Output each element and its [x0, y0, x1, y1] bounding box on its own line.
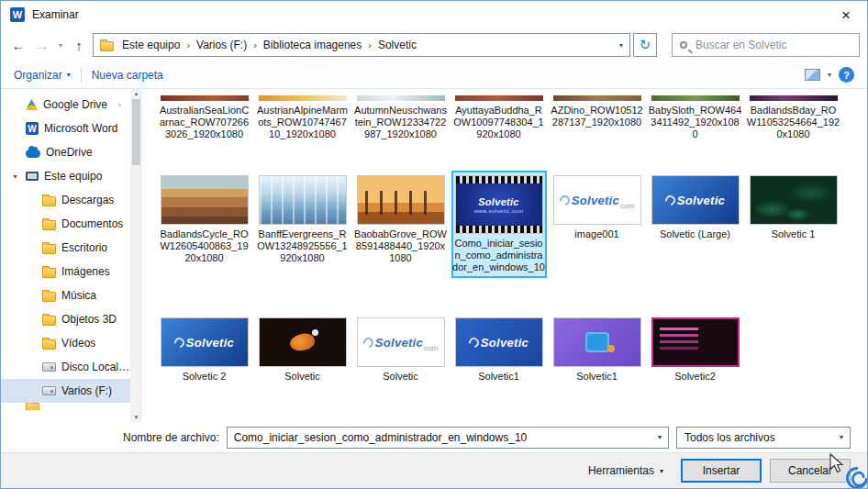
file-item[interactable]: Solvetic1	[550, 313, 645, 387]
sidebar-item-m-sica[interactable]: Música	[1, 283, 130, 307]
sidebar-item-documentos[interactable]: Documentos	[1, 212, 130, 236]
chevron-down-icon: ▾	[67, 71, 71, 79]
file-row-2: BadlandsCycle_ROW12605400863_1920x1080Ba…	[155, 171, 867, 278]
file-name: Como_iniciar_sesion_como_administrador_e…	[452, 238, 546, 273]
sidebar-item-label: Música	[61, 289, 96, 302]
file-item[interactable]: AyuttayaBuddha_ROW10097748304_1920x1080	[451, 91, 547, 145]
disk-icon	[42, 362, 56, 372]
sidebar-item-im-genes[interactable]: Imágenes	[1, 260, 130, 283]
file-name: AustrianAlpineMarmots_ROW1074746710_1920…	[256, 105, 350, 140]
filename-input[interactable]	[228, 431, 651, 444]
file-item[interactable]: AutumnNeuschwanstein_ROW12334722987_1920…	[353, 91, 449, 145]
file-thumbnail	[750, 175, 838, 225]
organize-label: Organizar	[14, 69, 62, 82]
recent-locations-dropdown-icon[interactable]: ▾	[56, 41, 65, 50]
file-item[interactable]: BanffEvergreens_ROW13248925556_1920x1080	[255, 171, 351, 269]
file-thumbnail	[750, 95, 838, 101]
file-thumbnail	[357, 175, 445, 225]
filetype-combobox[interactable]: Todos los archivos ▾	[676, 427, 851, 449]
search-icon	[680, 41, 687, 49]
sidebar-item-partial[interactable]	[1, 403, 130, 410]
sidebar-item-v-deos[interactable]: Vídeos	[1, 331, 130, 355]
file-item[interactable]: AustralianSeaLionCarnac_ROW7072663026_19…	[157, 91, 252, 145]
file-name: BabySloth_ROW4643411492_1920x1080	[649, 105, 742, 140]
tools-label: Herramientas	[588, 464, 654, 477]
scroll-up-icon[interactable]: ▲	[134, 91, 139, 96]
file-item[interactable]: AZDino_ROW10512287137_1920x1080	[550, 91, 645, 133]
change-view-icon[interactable]	[805, 69, 820, 81]
browse-dialog: W Examinar × ← → ▾ ↑ Este equipo›Varios …	[0, 0, 868, 489]
breadcrumb-item-solvetic[interactable]: Solvetic	[375, 39, 419, 51]
insert-button[interactable]: Insertar	[681, 459, 762, 483]
sidebar-scrollbar[interactable]: ▲ ▼	[130, 89, 142, 422]
file-item[interactable]: Solvetic2	[648, 313, 743, 387]
file-item[interactable]: BadlandsBday_ROW11053254664_1920x1080	[746, 91, 841, 145]
sidebar-item-objetos-3d[interactable]: Objetos 3D	[1, 307, 130, 331]
sidebar-item-escritorio[interactable]: Escritorio	[1, 236, 130, 260]
file-item[interactable]: BadlandsCycle_ROW12605400863_1920x1080	[157, 171, 252, 269]
gdrive-icon	[26, 99, 38, 110]
file-item[interactable]: Solvetic	[255, 313, 351, 387]
file-item[interactable]: SolveticSolvetic 2	[157, 313, 252, 387]
back-button[interactable]: ←	[8, 38, 28, 53]
sidebar-item-descargas[interactable]: Descargas	[1, 188, 130, 212]
solvetic-swirl-icon	[663, 193, 677, 206]
breadcrumb-separator-icon[interactable]: ›	[183, 39, 194, 50]
chevron-down-icon[interactable]: ▾	[833, 433, 850, 441]
chevron-down-icon[interactable]: ▾	[10, 172, 20, 181]
folder-icon	[42, 220, 56, 230]
organize-menu[interactable]: Organizar ▾	[14, 69, 71, 82]
file-name: Solvetic 2	[158, 371, 251, 383]
word-icon: W	[26, 122, 39, 135]
file-item[interactable]: BabySloth_ROW4643411492_1920x1080	[648, 91, 743, 145]
folder-icon	[26, 403, 39, 410]
file-item[interactable]: Solvetic 1	[746, 171, 841, 245]
chevron-right-icon[interactable]: ›	[115, 101, 125, 109]
file-item[interactable]: SolveticSolvetic (Large)	[648, 171, 743, 245]
refresh-icon[interactable]: ↻	[633, 33, 657, 57]
address-bar[interactable]: Este equipo›Varios (F:)›Biblioteca image…	[93, 33, 630, 57]
folder-icon	[42, 268, 56, 278]
tools-menu[interactable]: Herramientas ▾	[588, 464, 663, 477]
file-item[interactable]: Solveticwww.solvetic.comComo_iniciar_ses…	[451, 171, 547, 278]
sidebar-item-microsoft-word[interactable]: WMicrosoft Word	[1, 117, 130, 140]
scroll-down-icon[interactable]: ▼	[134, 415, 139, 420]
file-item[interactable]: SolveticSolvetic1	[451, 313, 547, 387]
breadcrumb-item-biblioteca-imagenes[interactable]: Biblioteca imagenes	[261, 39, 364, 51]
forward-button[interactable]: →	[32, 38, 52, 53]
help-icon[interactable]: ?	[839, 67, 854, 83]
up-button[interactable]: ↑	[69, 38, 89, 53]
file-item[interactable]: SolveticcomSolvetic	[353, 313, 449, 387]
close-icon[interactable]: ×	[834, 7, 858, 23]
chevron-down-icon: ▾	[660, 467, 663, 475]
folder-icon	[42, 292, 56, 302]
filename-label: Nombre de archivo:	[123, 431, 219, 444]
scrollbar-thumb[interactable]	[132, 99, 140, 165]
solvetic-url-text: www.solvetic.com	[474, 208, 524, 214]
file-name: Solvetic1	[452, 371, 546, 383]
sidebar-item-disco-local-c[interactable]: Disco Local (C:)	[1, 355, 130, 379]
breadcrumb-item-varios-f[interactable]: Varios (F:)	[194, 39, 250, 51]
address-dropdown-icon[interactable]: ▾	[619, 41, 623, 50]
breadcrumb-separator-icon[interactable]: ›	[250, 39, 261, 50]
breadcrumb-separator-icon[interactable]: ›	[364, 39, 375, 50]
file-item[interactable]: Solveticcomimage001	[550, 171, 645, 245]
filename-combobox[interactable]: ▾	[227, 427, 669, 449]
file-name: AustralianSeaLionCarnac_ROW7072663026_19…	[158, 105, 251, 140]
sidebar-item-varios-f[interactable]: Varios (F:)	[1, 379, 130, 403]
solvetic-logo-text: Solvetic	[677, 194, 725, 207]
view-dropdown-icon[interactable]: ▾	[828, 71, 831, 79]
breadcrumb-item-este-equipo[interactable]: Este equipo	[119, 39, 183, 51]
sidebar-item-este-equipo[interactable]: ▾Este equipo	[1, 164, 130, 188]
search-box[interactable]	[672, 33, 860, 57]
breadcrumb: Este equipo›Varios (F:)›Biblioteca image…	[119, 39, 419, 51]
new-folder-button[interactable]: Nueva carpeta	[92, 69, 163, 82]
file-item[interactable]: BaobabGrove_ROW8591488440_1920x1080	[353, 171, 449, 269]
chevron-down-icon[interactable]: ▾	[651, 433, 668, 441]
sidebar-item-google-drive[interactable]: Google Drive›	[1, 93, 130, 117]
search-input[interactable]	[694, 38, 851, 52]
mouse-cursor	[829, 453, 844, 473]
button-row: Herramientas ▾ Insertar Cancelar	[1, 452, 867, 488]
file-item[interactable]: AustrianAlpineMarmots_ROW1074746710_1920…	[255, 91, 351, 145]
sidebar-item-onedrive[interactable]: OneDrive	[1, 140, 130, 164]
